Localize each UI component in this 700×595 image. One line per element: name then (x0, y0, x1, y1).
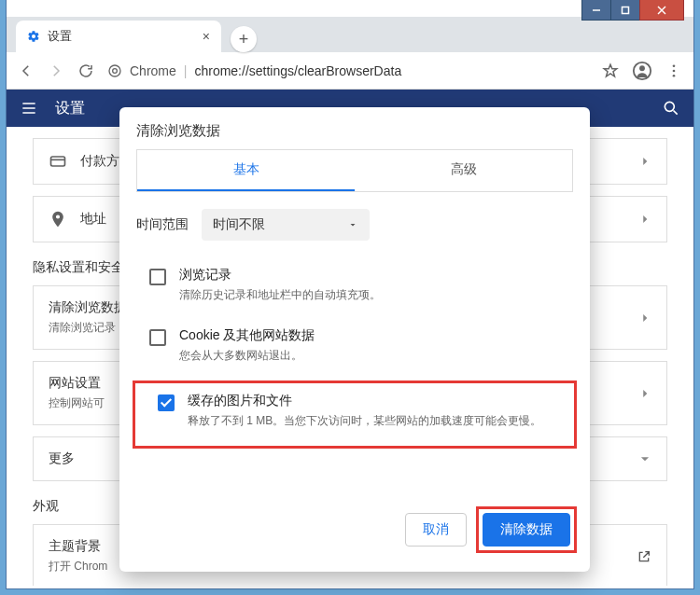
address-prefix: Chrome (130, 63, 176, 78)
window-close-button[interactable] (639, 0, 684, 21)
highlight-box-confirm: 清除数据 (476, 506, 577, 553)
window-minimize-button[interactable] (581, 0, 611, 21)
tab-basic[interactable]: 基本 (137, 150, 355, 191)
chevron-right-icon (638, 213, 651, 226)
svg-point-11 (665, 102, 674, 111)
time-range-select[interactable]: 时间不限 (202, 209, 370, 241)
svg-point-7 (639, 65, 645, 71)
clear-data-button[interactable]: 清除数据 (483, 513, 570, 547)
tab-title: 设置 (48, 28, 203, 45)
dialog-tabs: 基本 高级 (136, 149, 573, 192)
tab-close-icon[interactable]: × (203, 29, 210, 44)
svg-line-12 (674, 111, 678, 115)
chevron-right-icon (638, 387, 651, 400)
checkbox[interactable] (149, 269, 166, 285)
checkbox[interactable] (158, 394, 175, 411)
chevron-right-icon (638, 155, 651, 168)
dialog-title: 清除浏览数据 (119, 107, 590, 149)
window-titlebar (582, 0, 684, 21)
row-label: 地址 (80, 211, 106, 228)
profile-icon[interactable] (632, 61, 652, 81)
nav-back-button[interactable] (18, 62, 35, 79)
highlight-box-cache: 缓存的图片和文件 释放了不到 1 MB。当您下次访问时，某些网站的加载速度可能会… (133, 381, 577, 449)
dialog-footer: 取消 清除数据 (119, 495, 590, 572)
address-field[interactable]: Chrome | chrome://settings/clearBrowserD… (107, 63, 589, 78)
external-link-icon (637, 549, 651, 564)
kebab-menu-icon[interactable] (665, 62, 682, 79)
clear-data-dialog: 清除浏览数据 基本 高级 时间范围 时间不限 浏览记录 清除历史记录和地址栏中的… (119, 107, 590, 572)
time-range-row: 时间范围 时间不限 (119, 192, 590, 257)
checkbox[interactable] (149, 329, 166, 346)
option-cached-images[interactable]: 缓存的图片和文件 释放了不到 1 MB。当您下次访问时，某些网站的加载速度可能会… (141, 387, 568, 442)
svg-point-9 (673, 69, 676, 72)
search-icon[interactable] (662, 99, 680, 118)
svg-rect-1 (623, 7, 629, 13)
location-icon (49, 210, 67, 228)
browser-tab-settings[interactable]: 设置 × (16, 21, 221, 52)
credit-card-icon (49, 152, 67, 171)
svg-point-5 (113, 68, 118, 73)
chrome-icon (107, 63, 122, 78)
tab-advanced[interactable]: 高级 (355, 150, 572, 191)
svg-point-8 (673, 64, 676, 67)
new-tab-button[interactable]: + (231, 26, 257, 52)
address-bar: Chrome | chrome://settings/clearBrowserD… (7, 52, 693, 90)
svg-point-10 (673, 74, 676, 76)
tab-strip: 设置 × + (7, 17, 693, 52)
settings-title: 设置 (55, 99, 85, 118)
chevron-down-icon (638, 452, 651, 465)
svg-rect-13 (51, 157, 65, 166)
option-browsing-history[interactable]: 浏览记录 清除历史记录和地址栏中的自动填充项。 (119, 257, 590, 318)
chevron-right-icon (638, 311, 651, 325)
hamburger-icon[interactable] (20, 99, 38, 118)
time-range-label: 时间范围 (136, 216, 189, 233)
nav-forward-button[interactable] (48, 62, 64, 79)
dropdown-icon (347, 219, 358, 230)
cancel-button[interactable]: 取消 (405, 513, 467, 547)
time-range-value: 时间不限 (213, 216, 265, 233)
star-icon[interactable] (602, 62, 619, 79)
window-maximize-button[interactable] (610, 0, 640, 21)
gear-icon (27, 30, 40, 43)
svg-point-4 (109, 65, 120, 76)
option-cookies[interactable]: Cookie 及其他网站数据 您会从大多数网站退出。 (119, 318, 590, 379)
nav-reload-button[interactable] (77, 62, 94, 79)
address-url: chrome://settings/clearBrowserData (194, 63, 401, 78)
